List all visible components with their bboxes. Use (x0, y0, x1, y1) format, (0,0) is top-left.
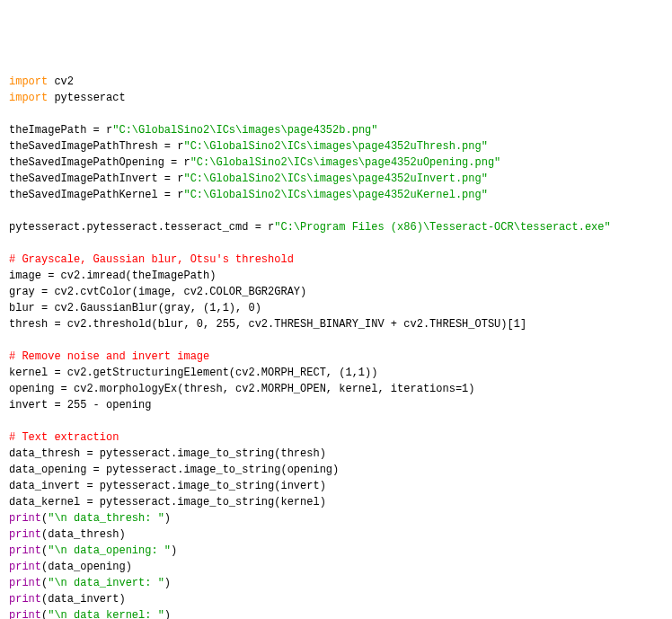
code-block: import cv2import pytesseract theImagePat… (9, 74, 663, 619)
code-token: print (9, 561, 41, 573)
code-token: "C:\GlobalSino2\ICs\images\page4352uInve… (183, 172, 487, 185)
code-token: print (9, 512, 41, 525)
code-token: invert = 255 - opening (9, 399, 151, 411)
code-line: # Remove noise and invert image (9, 349, 663, 365)
code-line: theImagePath = r"C:\GlobalSino2\ICs\imag… (9, 122, 663, 138)
code-token: print (9, 593, 41, 606)
code-line (9, 235, 663, 252)
code-token: import (9, 75, 48, 88)
code-token: theImagePath = (9, 124, 106, 137)
code-token: pytesseract.pytesseract.tesseract_cmd = (9, 221, 268, 234)
code-line: print(data_thresh) (9, 526, 663, 543)
code-line (9, 106, 663, 122)
code-token: (data_opening) (41, 561, 132, 573)
code-token: "C:\GlobalSino2\ICs\images\page4352b.png… (112, 124, 377, 137)
code-line: theSavedImagePathThresh = r"C:\GlobalSin… (9, 138, 663, 155)
code-token: blur = cv2.GaussianBlur(gray, (1,1), 0) (9, 302, 261, 314)
code-token: pytesseract (48, 92, 125, 104)
code-token: ) (164, 609, 171, 619)
code-token: kernel = cv2.getStructuringElement(cv2.M… (9, 367, 377, 379)
code-line: blur = cv2.GaussianBlur(gray, (1,1), 0) (9, 300, 663, 316)
code-token: image = cv2.imread(theImagePath) (9, 270, 216, 282)
code-line: theSavedImagePathOpening = r"C:\GlobalSi… (9, 155, 663, 171)
code-token: "C:\Program Files (x86)\Tesseract-OCR\te… (274, 221, 610, 234)
code-token: "C:\GlobalSino2\ICs\images\page4352uOpen… (190, 156, 501, 169)
code-line: invert = 255 - opening (9, 397, 663, 413)
code-token: # Remove noise and invert image (9, 350, 209, 363)
code-line: data_kernel = pytesseract.image_to_strin… (9, 494, 663, 510)
code-line: data_invert = pytesseract.image_to_strin… (9, 478, 663, 494)
code-token: "\n data_opening: " (48, 544, 171, 557)
code-token: theSavedImagePathThresh = (9, 140, 177, 153)
code-token: print (9, 544, 41, 557)
code-line: data_thresh = pytesseract.image_to_strin… (9, 446, 663, 462)
code-line: theSavedImagePathKernel = r"C:\GlobalSin… (9, 187, 663, 203)
code-token: print (9, 528, 41, 541)
code-token: ) (164, 512, 171, 525)
code-line: opening = cv2.morphologyEx(thresh, cv2.M… (9, 381, 663, 397)
code-line (9, 413, 663, 429)
code-token: # Grayscale, Gaussian blur, Otsu's thres… (9, 253, 294, 266)
code-token: data_thresh = pytesseract.image_to_strin… (9, 447, 326, 460)
code-token: (data_thresh) (41, 528, 126, 541)
code-token: # Text extraction (9, 431, 119, 444)
code-token: ) (171, 544, 177, 557)
code-token: "\n data_invert: " (48, 577, 164, 589)
code-token: ) (164, 577, 171, 589)
code-line: data_opening = pytesseract.image_to_stri… (9, 462, 663, 478)
code-line: import cv2 (9, 74, 663, 90)
code-line: image = cv2.imread(theImagePath) (9, 268, 663, 284)
code-line: # Text extraction (9, 429, 663, 446)
code-line: print("\n data_opening: ") (9, 543, 663, 559)
code-token: theSavedImagePathKernel = (9, 189, 177, 201)
code-token: data_invert = pytesseract.image_to_strin… (9, 480, 326, 492)
code-line: pytesseract.pytesseract.tesseract_cmd = … (9, 219, 663, 235)
code-token: data_opening = pytesseract.image_to_stri… (9, 464, 339, 476)
code-line: print(data_opening) (9, 559, 663, 575)
code-token: "\n data_thresh: " (48, 512, 164, 525)
code-token: "C:\GlobalSino2\ICs\images\page4352uKern… (183, 189, 487, 201)
code-line: import pytesseract (9, 90, 663, 106)
code-token: gray = cv2.cvtColor(image, cv2.COLOR_BGR… (9, 286, 306, 298)
code-token: theSavedImagePathOpening = (9, 156, 183, 169)
code-token: theSavedImagePathInvert = (9, 172, 177, 185)
code-line: kernel = cv2.getStructuringElement(cv2.M… (9, 365, 663, 381)
code-token: opening = cv2.morphologyEx(thresh, cv2.M… (9, 383, 474, 395)
code-line: thresh = cv2.threshold(blur, 0, 255, cv2… (9, 316, 663, 332)
code-token: "C:\GlobalSino2\ICs\images\page4352uThre… (183, 140, 487, 153)
code-token: cv2 (48, 75, 74, 88)
code-token: data_kernel = pytesseract.image_to_strin… (9, 496, 326, 508)
code-line: print(data_invert) (9, 591, 663, 607)
code-line: theSavedImagePathInvert = r"C:\GlobalSin… (9, 171, 663, 187)
code-token: (data_invert) (41, 593, 126, 606)
code-line (9, 203, 663, 219)
code-line: gray = cv2.cvtColor(image, cv2.COLOR_BGR… (9, 284, 663, 300)
code-token: r (183, 156, 190, 169)
code-line: # Grayscale, Gaussian blur, Otsu's thres… (9, 252, 663, 268)
code-line: print("\n data_invert: ") (9, 575, 663, 591)
code-token: print (9, 577, 41, 589)
code-token: "\n data_kernel: " (48, 609, 164, 619)
code-token: thresh = cv2.threshold(blur, 0, 255, cv2… (9, 318, 526, 331)
code-line: print("\n data_kernel: ") (9, 607, 663, 619)
code-token: import (9, 92, 48, 104)
code-token: print (9, 609, 41, 619)
code-line (9, 332, 663, 349)
code-line: print("\n data_thresh: ") (9, 510, 663, 526)
